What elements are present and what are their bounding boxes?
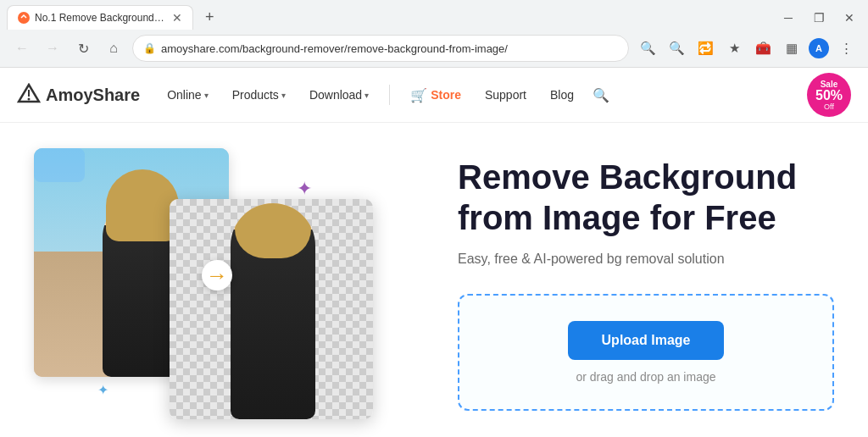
browser-controls: ← → ↻ ⌂ 🔒 amoyshare.com/background-remov…	[0, 30, 868, 67]
home-button[interactable]: ⌂	[102, 36, 125, 60]
close-button[interactable]: ✕	[837, 6, 861, 30]
hero-content: Remove Background from Image for Free Ea…	[458, 157, 834, 411]
bookmark-icon[interactable]: ★	[722, 36, 746, 60]
minimize-button[interactable]: ─	[776, 6, 800, 30]
extension-icon[interactable]: 🧰	[751, 36, 775, 60]
sparkle-purple-icon: ✦	[297, 178, 312, 200]
profile-icon[interactable]: A	[809, 38, 829, 58]
hero-section: → ✦ ✦ Remove Background from Image for F…	[0, 123, 868, 437]
chevron-down-icon: ▾	[204, 91, 209, 100]
reload-button[interactable]: ↻	[71, 36, 95, 60]
logo-text: AmoyShare	[46, 86, 140, 105]
logo-icon	[17, 83, 41, 107]
browser-action-icons: 🔍 🔍 🔁 ★ 🧰 ▦ A ⋮	[636, 36, 858, 60]
chevron-down-icon: ▾	[364, 91, 369, 100]
nav-item-online[interactable]: Online ▾	[157, 81, 218, 108]
transparent-background	[170, 199, 373, 419]
cart-icon: 🛒	[410, 87, 427, 103]
nav-item-blog[interactable]: Blog	[540, 81, 584, 108]
svg-point-3	[28, 98, 31, 101]
forward-button[interactable]: →	[41, 36, 64, 60]
nav-menu: Online ▾ Products ▾ Download ▾ 🛒 Store S…	[157, 80, 800, 110]
page-title: Remove Background from Image for Free	[458, 157, 834, 238]
address-text: amoyshare.com/background-remover/remove-…	[161, 42, 618, 55]
back-button[interactable]: ←	[10, 36, 34, 60]
sale-badge[interactable]: Sale 50% Off	[807, 73, 851, 117]
tab-favicon	[18, 12, 30, 24]
share-icon[interactable]: 🔁	[693, 36, 717, 60]
menu-icon[interactable]: ⋮	[834, 36, 858, 60]
maximize-button[interactable]: ❐	[807, 6, 831, 30]
search-icon[interactable]: 🔍	[636, 36, 659, 60]
logo[interactable]: AmoyShare	[17, 83, 140, 107]
nav-divider	[389, 85, 390, 105]
sparkle-blue-icon: ✦	[97, 382, 108, 398]
chevron-down-icon: ▾	[281, 91, 286, 100]
hero-images: → ✦ ✦	[34, 148, 424, 419]
hero-subtitle: Easy, free & AI-powered bg removal solut…	[458, 252, 834, 267]
tab-grid-icon[interactable]: ▦	[780, 36, 804, 60]
nav-search-icon[interactable]: 🔍	[587, 81, 615, 108]
tab-close-icon[interactable]: ✕	[172, 11, 182, 25]
browser-titlebar: No.1 Remove Background from ✕ + ─ ❐ ✕	[0, 0, 868, 30]
tab-title: No.1 Remove Background from	[35, 12, 167, 24]
drag-drop-hint: or drag and drop an image	[485, 370, 807, 384]
upload-image-button[interactable]: Upload Image	[568, 321, 725, 360]
nav-store[interactable]: 🛒 Store	[400, 80, 471, 110]
lock-icon: 🔒	[143, 42, 156, 54]
new-tab-button[interactable]: +	[200, 7, 220, 28]
navigation: AmoyShare Online ▾ Products ▾ Download ▾…	[0, 68, 868, 123]
after-image-card	[170, 199, 373, 419]
sale-badge-percent: 50%	[815, 89, 843, 102]
window-controls: ─ ❐ ✕	[776, 6, 861, 30]
nav-item-download[interactable]: Download ▾	[299, 81, 379, 108]
website: AmoyShare Online ▾ Products ▾ Download ▾…	[0, 68, 868, 437]
browser-tab[interactable]: No.1 Remove Background from ✕	[7, 5, 193, 30]
arrow-icon: →	[202, 260, 232, 290]
sale-badge-off-text: Off	[824, 102, 834, 111]
sale-badge-sale-text: Sale	[821, 80, 838, 89]
address-bar[interactable]: 🔒 amoyshare.com/background-remover/remov…	[132, 35, 629, 62]
zoom-icon[interactable]: 🔍	[665, 36, 688, 60]
nav-item-products[interactable]: Products ▾	[222, 81, 296, 108]
browser-chrome: No.1 Remove Background from ✕ + ─ ❐ ✕ ← …	[0, 0, 868, 68]
upload-area[interactable]: Upload Image or drag and drop an image	[458, 294, 834, 411]
nav-item-support[interactable]: Support	[475, 81, 537, 108]
